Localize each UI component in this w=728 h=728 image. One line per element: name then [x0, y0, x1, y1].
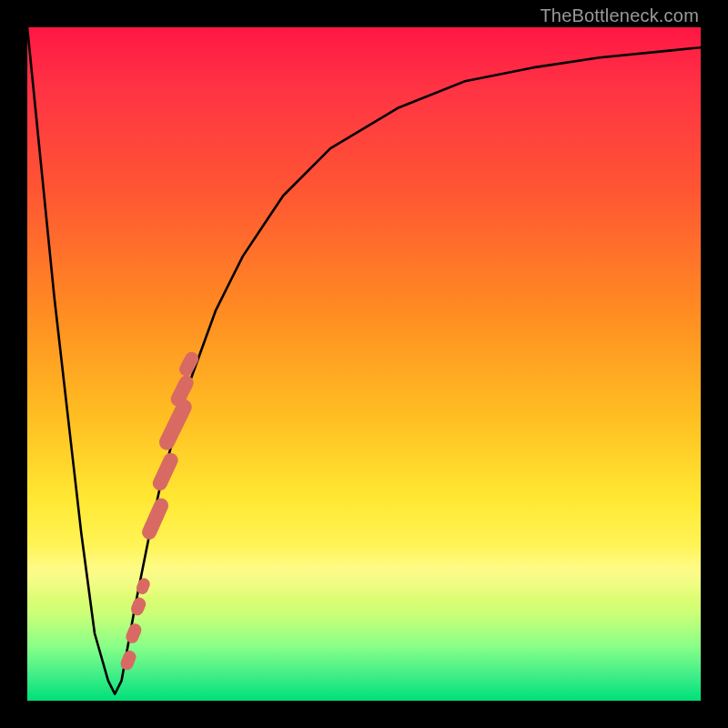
svg-rect-0	[118, 649, 137, 672]
chart-frame: TheBottleneck.com	[0, 0, 728, 728]
watermark-text: TheBottleneck.com	[540, 5, 699, 26]
svg-rect-1	[124, 622, 143, 645]
svg-rect-2	[129, 596, 147, 618]
bottleneck-curve	[27, 27, 701, 694]
svg-rect-7	[168, 373, 197, 409]
svg-rect-4	[140, 496, 171, 541]
curve-group	[27, 27, 701, 694]
chart-svg	[27, 27, 701, 701]
plot-area	[27, 27, 701, 701]
svg-rect-5	[150, 450, 180, 493]
